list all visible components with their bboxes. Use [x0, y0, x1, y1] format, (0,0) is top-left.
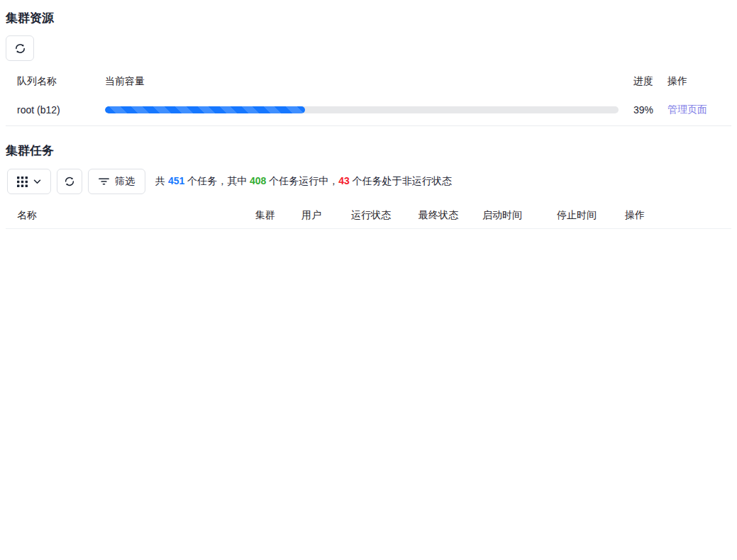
tasks-summary: 共 451 个任务，其中 408 个任务运行中，43 个任务处于非运行状态 — [155, 175, 452, 188]
tasks-header-row: 名称 集群 用户 运行状态 最终状态 启动时间 停止时间 操作 — [6, 203, 731, 229]
summary-text: 个任务，其中 — [184, 175, 250, 186]
total-count: 451 — [168, 175, 184, 186]
grid-icon — [17, 177, 28, 187]
running-count: 408 — [250, 175, 266, 186]
nonrunning-count: 43 — [338, 175, 350, 186]
refresh-icon — [14, 43, 26, 55]
tasks-table: 名称 集群 用户 运行状态 最终状态 启动时间 停止时间 操作 — [6, 203, 731, 229]
col-user: 用户 — [301, 209, 321, 222]
col-progress: 进度 — [633, 75, 667, 88]
col-queue-name: 队列名称 — [6, 75, 105, 88]
page: 集群资源 队列名称 当前容量 进度 操作 root (b12) 39% 管理页面 — [0, 0, 737, 237]
col-final-status: 最终状态 — [419, 209, 458, 222]
resources-table: 队列名称 当前容量 进度 操作 root (b12) 39% 管理页面 — [6, 69, 731, 126]
cluster-tasks-title: 集群任务 — [6, 142, 731, 159]
col-run-status: 运行状态 — [351, 209, 391, 222]
progress-value: 39% — [633, 104, 667, 116]
filter-button-label: 筛选 — [115, 175, 135, 188]
resources-header-row: 队列名称 当前容量 进度 操作 — [6, 69, 731, 94]
col-start-time: 启动时间 — [482, 209, 522, 222]
tasks-refresh-button[interactable] — [57, 169, 82, 194]
summary-text: 个任务处于非运行状态 — [350, 175, 452, 186]
summary-text: 个任务运行中， — [266, 175, 338, 186]
tasks-toolbar: 筛选 共 451 个任务，其中 408 个任务运行中，43 个任务处于非运行状态 — [7, 169, 731, 194]
resource-row: root (b12) 39% 管理页面 — [6, 94, 731, 126]
cluster-resources-title: 集群资源 — [6, 10, 731, 26]
filter-icon — [99, 177, 109, 186]
capacity-cell — [105, 106, 633, 113]
col-cluster: 集群 — [255, 209, 275, 222]
summary-text: 共 — [155, 175, 168, 186]
col-name: 名称 — [17, 209, 37, 222]
col-current-capacity: 当前容量 — [105, 75, 633, 88]
col-task-action: 操作 — [625, 209, 645, 222]
refresh-icon — [64, 176, 75, 187]
col-stop-time: 停止时间 — [557, 209, 597, 222]
resources-refresh-button[interactable] — [6, 35, 34, 61]
chevron-down-icon — [33, 179, 41, 184]
filter-button[interactable]: 筛选 — [88, 169, 145, 194]
queue-name: root (b12) — [6, 104, 105, 116]
col-resource-action: 操作 — [667, 75, 731, 88]
progress-bar — [105, 106, 305, 113]
progress-track — [105, 106, 619, 113]
manage-page-link[interactable]: 管理页面 — [667, 103, 707, 115]
column-settings-button[interactable] — [7, 169, 51, 194]
